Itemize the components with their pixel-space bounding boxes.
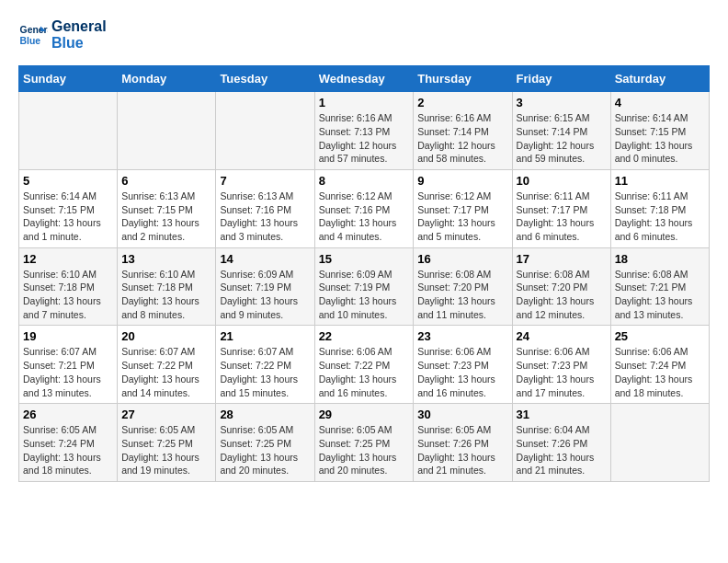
day-number: 6 bbox=[121, 174, 211, 188]
calendar-cell: 22Sunrise: 6:06 AM Sunset: 7:22 PM Dayli… bbox=[314, 326, 414, 404]
day-number: 19 bbox=[23, 329, 113, 343]
day-number: 20 bbox=[121, 329, 211, 343]
calendar-cell: 17Sunrise: 6:08 AM Sunset: 7:20 PM Dayli… bbox=[512, 247, 610, 326]
calendar-cell: 15Sunrise: 6:09 AM Sunset: 7:19 PM Dayli… bbox=[314, 247, 414, 326]
day-info: Sunrise: 6:16 AM Sunset: 7:14 PM Dayligh… bbox=[417, 111, 507, 166]
header-cell-friday: Friday bbox=[512, 66, 610, 92]
header-cell-sunday: Sunday bbox=[19, 66, 118, 92]
day-info: Sunrise: 6:06 AM Sunset: 7:24 PM Dayligh… bbox=[615, 345, 705, 399]
day-info: Sunrise: 6:08 AM Sunset: 7:21 PM Dayligh… bbox=[615, 268, 705, 322]
day-info: Sunrise: 6:13 AM Sunset: 7:15 PM Dayligh… bbox=[121, 190, 211, 244]
calendar-cell: 2Sunrise: 6:16 AM Sunset: 7:14 PM Daylig… bbox=[414, 92, 512, 170]
calendar-cell bbox=[19, 92, 118, 170]
day-number: 25 bbox=[615, 329, 705, 343]
day-number: 27 bbox=[121, 408, 211, 421]
calendar-cell: 9Sunrise: 6:12 AM Sunset: 7:17 PM Daylig… bbox=[414, 169, 512, 247]
day-info: Sunrise: 6:14 AM Sunset: 7:15 PM Dayligh… bbox=[615, 111, 705, 166]
calendar-cell: 11Sunrise: 6:11 AM Sunset: 7:18 PM Dayli… bbox=[610, 169, 709, 247]
page-header: General Blue General Blue bbox=[18, 18, 710, 51]
day-number: 2 bbox=[417, 96, 507, 109]
calendar-cell bbox=[610, 404, 709, 482]
calendar-table: SundayMondayTuesdayWednesdayThursdayFrid… bbox=[18, 65, 710, 482]
day-info: Sunrise: 6:13 AM Sunset: 7:16 PM Dayligh… bbox=[220, 190, 310, 244]
day-info: Sunrise: 6:10 AM Sunset: 7:18 PM Dayligh… bbox=[121, 268, 211, 322]
calendar-cell: 30Sunrise: 6:05 AM Sunset: 7:26 PM Dayli… bbox=[414, 404, 512, 482]
day-number: 12 bbox=[23, 252, 113, 266]
day-number: 28 bbox=[220, 408, 310, 421]
calendar-cell: 8Sunrise: 6:12 AM Sunset: 7:16 PM Daylig… bbox=[314, 169, 414, 247]
day-info: Sunrise: 6:07 AM Sunset: 7:22 PM Dayligh… bbox=[121, 345, 211, 399]
calendar-cell: 20Sunrise: 6:07 AM Sunset: 7:22 PM Dayli… bbox=[118, 326, 216, 404]
day-info: Sunrise: 6:07 AM Sunset: 7:21 PM Dayligh… bbox=[23, 345, 113, 399]
calendar-cell: 25Sunrise: 6:06 AM Sunset: 7:24 PM Dayli… bbox=[610, 326, 709, 404]
day-info: Sunrise: 6:14 AM Sunset: 7:15 PM Dayligh… bbox=[23, 190, 113, 244]
calendar-cell: 13Sunrise: 6:10 AM Sunset: 7:18 PM Dayli… bbox=[118, 247, 216, 326]
calendar-cell bbox=[118, 92, 216, 170]
calendar-cell: 29Sunrise: 6:05 AM Sunset: 7:25 PM Dayli… bbox=[314, 404, 414, 482]
day-number: 29 bbox=[319, 408, 410, 421]
day-info: Sunrise: 6:05 AM Sunset: 7:24 PM Dayligh… bbox=[23, 423, 113, 477]
day-number: 31 bbox=[517, 408, 607, 421]
day-number: 11 bbox=[615, 174, 705, 188]
calendar-cell: 14Sunrise: 6:09 AM Sunset: 7:19 PM Dayli… bbox=[216, 247, 314, 326]
calendar-cell: 12Sunrise: 6:10 AM Sunset: 7:18 PM Dayli… bbox=[19, 247, 118, 326]
day-info: Sunrise: 6:15 AM Sunset: 7:14 PM Dayligh… bbox=[517, 111, 607, 166]
calendar-cell: 3Sunrise: 6:15 AM Sunset: 7:14 PM Daylig… bbox=[512, 92, 610, 170]
week-row-4: 19Sunrise: 6:07 AM Sunset: 7:21 PM Dayli… bbox=[19, 326, 710, 404]
calendar-cell: 21Sunrise: 6:07 AM Sunset: 7:22 PM Dayli… bbox=[216, 326, 314, 404]
header-cell-tuesday: Tuesday bbox=[216, 66, 314, 92]
day-info: Sunrise: 6:05 AM Sunset: 7:25 PM Dayligh… bbox=[319, 423, 410, 477]
calendar-cell: 6Sunrise: 6:13 AM Sunset: 7:15 PM Daylig… bbox=[118, 169, 216, 247]
day-info: Sunrise: 6:07 AM Sunset: 7:22 PM Dayligh… bbox=[220, 345, 310, 399]
week-row-1: 1Sunrise: 6:16 AM Sunset: 7:13 PM Daylig… bbox=[19, 92, 710, 170]
logo-icon: General Blue bbox=[18, 20, 48, 50]
day-number: 22 bbox=[319, 329, 410, 343]
day-number: 13 bbox=[121, 252, 211, 266]
calendar-cell: 16Sunrise: 6:08 AM Sunset: 7:20 PM Dayli… bbox=[414, 247, 512, 326]
day-number: 30 bbox=[417, 408, 507, 421]
calendar-cell: 28Sunrise: 6:05 AM Sunset: 7:25 PM Dayli… bbox=[216, 404, 314, 482]
day-number: 26 bbox=[23, 408, 113, 421]
day-number: 7 bbox=[220, 174, 310, 188]
day-number: 18 bbox=[615, 252, 705, 266]
day-info: Sunrise: 6:06 AM Sunset: 7:23 PM Dayligh… bbox=[517, 345, 607, 399]
calendar-cell: 4Sunrise: 6:14 AM Sunset: 7:15 PM Daylig… bbox=[610, 92, 709, 170]
day-number: 1 bbox=[319, 96, 410, 109]
calendar-cell: 18Sunrise: 6:08 AM Sunset: 7:21 PM Dayli… bbox=[610, 247, 709, 326]
day-number: 23 bbox=[417, 329, 507, 343]
day-info: Sunrise: 6:11 AM Sunset: 7:17 PM Dayligh… bbox=[517, 190, 607, 244]
calendar-cell: 24Sunrise: 6:06 AM Sunset: 7:23 PM Dayli… bbox=[512, 326, 610, 404]
calendar-cell: 27Sunrise: 6:05 AM Sunset: 7:25 PM Dayli… bbox=[118, 404, 216, 482]
day-info: Sunrise: 6:16 AM Sunset: 7:13 PM Dayligh… bbox=[319, 111, 410, 166]
header-cell-wednesday: Wednesday bbox=[314, 66, 414, 92]
day-number: 5 bbox=[23, 174, 113, 188]
calendar-cell: 5Sunrise: 6:14 AM Sunset: 7:15 PM Daylig… bbox=[19, 169, 118, 247]
calendar-cell: 23Sunrise: 6:06 AM Sunset: 7:23 PM Dayli… bbox=[414, 326, 512, 404]
day-info: Sunrise: 6:04 AM Sunset: 7:26 PM Dayligh… bbox=[517, 423, 607, 477]
day-number: 8 bbox=[319, 174, 410, 188]
day-info: Sunrise: 6:08 AM Sunset: 7:20 PM Dayligh… bbox=[517, 268, 607, 322]
day-number: 16 bbox=[417, 252, 507, 266]
day-info: Sunrise: 6:12 AM Sunset: 7:16 PM Dayligh… bbox=[319, 190, 410, 244]
day-number: 17 bbox=[517, 252, 607, 266]
day-info: Sunrise: 6:05 AM Sunset: 7:25 PM Dayligh… bbox=[121, 423, 211, 477]
day-number: 10 bbox=[517, 174, 607, 188]
day-info: Sunrise: 6:05 AM Sunset: 7:26 PM Dayligh… bbox=[417, 423, 507, 477]
day-info: Sunrise: 6:06 AM Sunset: 7:22 PM Dayligh… bbox=[319, 345, 410, 399]
day-info: Sunrise: 6:10 AM Sunset: 7:18 PM Dayligh… bbox=[23, 268, 113, 322]
logo-text-general: General bbox=[51, 18, 107, 35]
week-row-5: 26Sunrise: 6:05 AM Sunset: 7:24 PM Dayli… bbox=[19, 404, 710, 482]
week-row-3: 12Sunrise: 6:10 AM Sunset: 7:18 PM Dayli… bbox=[19, 247, 710, 326]
logo: General Blue General Blue bbox=[18, 18, 107, 51]
calendar-cell: 7Sunrise: 6:13 AM Sunset: 7:16 PM Daylig… bbox=[216, 169, 314, 247]
day-info: Sunrise: 6:06 AM Sunset: 7:23 PM Dayligh… bbox=[417, 345, 507, 399]
day-number: 24 bbox=[517, 329, 607, 343]
calendar-cell: 31Sunrise: 6:04 AM Sunset: 7:26 PM Dayli… bbox=[512, 404, 610, 482]
day-info: Sunrise: 6:05 AM Sunset: 7:25 PM Dayligh… bbox=[220, 423, 310, 477]
header-cell-saturday: Saturday bbox=[610, 66, 709, 92]
calendar-cell: 26Sunrise: 6:05 AM Sunset: 7:24 PM Dayli… bbox=[19, 404, 118, 482]
header-row: SundayMondayTuesdayWednesdayThursdayFrid… bbox=[19, 66, 710, 92]
calendar-cell: 10Sunrise: 6:11 AM Sunset: 7:17 PM Dayli… bbox=[512, 169, 610, 247]
svg-text:Blue: Blue bbox=[20, 35, 41, 45]
calendar-cell bbox=[216, 92, 314, 170]
